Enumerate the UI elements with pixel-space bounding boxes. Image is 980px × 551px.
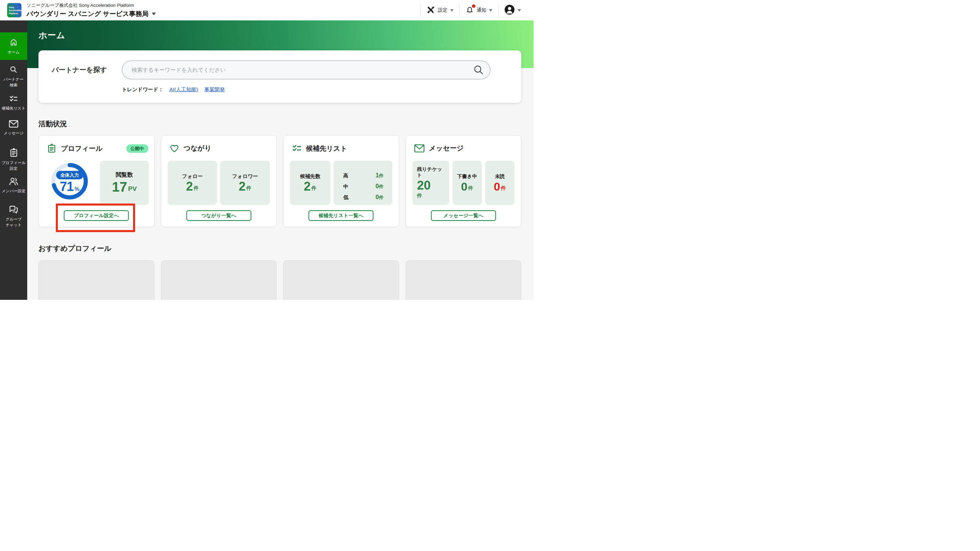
profile-placeholder [161,260,277,300]
card-title: 候補先リスト [306,144,347,153]
search-button[interactable] [473,64,484,76]
sidebar-item-member-settings[interactable]: メンバー設定 [0,177,27,193]
profile-settings-button[interactable]: プロフィール設定へ [64,210,129,221]
app-header: Sony Acceleration Platform ソニーグループ株式会社 S… [0,0,533,21]
search-icon [9,65,18,75]
notifications-label: 通知 [477,7,486,13]
people-icon [9,177,18,187]
checklist-icon [292,143,302,153]
profile-placeholder [283,260,399,300]
unread-stat: 未読 0件 [485,161,514,205]
org-selector[interactable]: バウンダリー スパニング サービス事務局 [27,10,156,18]
trend-link-ai[interactable]: AI(人工知能) [169,86,198,93]
activity-cards: プロフィール 公開中 全体入力 71% 閲覧数 [38,135,521,227]
status-badge: 公開中 [126,144,148,153]
views-value: 17 [112,179,127,195]
notification-badge [472,5,476,8]
sidebar-item-label: 候補先リスト [2,106,25,111]
tools-icon [426,5,435,15]
search-input[interactable] [122,61,490,79]
priority-high-row: 高 1件 [343,172,384,179]
profile-card: プロフィール 公開中 全体入力 71% 閲覧数 [38,135,154,227]
candidates-card: 候補先リスト 候補先数 2件 高 1件 [283,135,399,227]
chevron-down-icon [489,9,492,11]
drafts-stat: 下書き中 0件 [453,161,482,205]
sidebar-item-label: プロフィール [2,160,25,165]
partner-search-card: パートナーを探す トレンドワード： AI(人工知能) 事業開発 [38,50,521,103]
bell-icon [466,5,474,15]
checklist-icon [9,95,18,104]
settings-label: 設定 [438,7,447,13]
ring-label: 全体入力 [56,171,83,179]
avatar [504,5,515,16]
sidebar-item-label: チャット [5,223,21,227]
profile-placeholder [38,260,154,300]
sidebar-item-label: ホーム [8,50,19,54]
account-menu[interactable] [498,0,527,21]
sidebar-item-partner-search[interactable]: パートナー 検索 [0,65,27,88]
sidebar-item-profile-settings[interactable]: プロフィール 設定 [0,148,27,171]
search-section-label: パートナーを探す [52,65,122,75]
follower-stat: フォロワー 2件 [220,161,270,205]
profile-completion-donut: 全体入力 71% [50,162,89,201]
clipboard-icon [9,148,18,159]
card-title: プロフィール [61,144,102,153]
sidebar: ホーム パートナー 検索 候補先リスト メッセージ [0,21,27,300]
completion-percent: 71% [50,179,89,194]
home-icon [9,38,18,48]
notifications-menu[interactable]: 通知 [460,0,498,21]
main-content: ホーム パートナーを探す トレンドワード： AI(人工知能) 事業開発 [27,21,533,300]
chevron-down-icon [152,13,156,15]
sidebar-item-candidate-list[interactable]: 候補先リスト [0,95,27,111]
heart-icon [169,143,179,153]
clipboard-icon [47,143,56,153]
logo-line: Acceleration [9,9,21,12]
sidebar-item-home[interactable]: ホーム [0,32,27,60]
trend-words: トレンドワード： AI(人工知能) 事業開発 [122,86,490,93]
chevron-down-icon [450,9,453,11]
sony-acceleration-platform-logo[interactable]: Sony Acceleration Platform [7,3,21,18]
candidate-count-stat: 候補先数 2件 [290,161,331,205]
messages-card: メッセージ 残りチケット 20 件 下書き中 0件 未読 [406,135,522,227]
views-unit: PV [128,185,137,193]
sidebar-item-messages[interactable]: メッセージ [0,120,27,135]
candidates-list-button[interactable]: 候補先リスト一覧へ [309,210,374,221]
org-name: バウンダリー スパニング サービス事務局 [27,10,148,18]
envelope-icon [9,120,18,129]
logo-line: Sony [9,6,21,9]
messages-list-button[interactable]: メッセージ一覧へ [431,210,496,221]
views-stat: 閲覧数 17 PV [100,161,149,205]
sidebar-item-label: メッセージ [4,131,24,135]
priority-breakdown: 高 1件 中 0件 低 0件 [334,161,392,205]
tickets-stat: 残りチケット 20 件 [412,161,449,205]
profile-placeholder [406,260,522,300]
views-label: 閲覧数 [116,171,133,179]
sidebar-item-group-chat[interactable]: グループ チャット [0,205,27,227]
recommended-profiles [38,260,521,300]
activity-section-title: 活動状況 [38,119,521,129]
header-actions: 設定 通知 [420,0,533,21]
trend-link-business-dev[interactable]: 事業開発 [204,86,224,93]
connections-list-button[interactable]: つながり一覧へ [186,210,251,221]
header-titles: ソニーグループ株式会社 Sony Acceleration Platform バ… [27,2,156,18]
trend-words-label: トレンドワード： [122,86,163,93]
company-name: ソニーグループ株式会社 Sony Acceleration Platform [27,2,156,8]
sidebar-item-label: 検索 [10,83,18,88]
priority-low-row: 低 0件 [343,194,384,201]
chevron-down-icon [517,9,521,11]
page-title: ホーム [38,30,533,41]
sidebar-item-label: パートナー [4,77,24,82]
settings-menu[interactable]: 設定 [421,0,460,21]
sidebar-item-label: 設定 [10,166,18,171]
card-title: メッセージ [429,143,464,153]
chat-bubbles-icon [9,205,18,215]
sidebar-item-label: グループ [6,217,22,221]
recommended-section-title: おすすめプロフィール [38,244,521,253]
logo-line: Platform [9,12,21,15]
priority-mid-row: 中 0件 [343,183,384,190]
follow-stat: フォロー 2件 [168,161,218,205]
sidebar-item-label: メンバー設定 [2,188,25,193]
connections-card: つながり フォロー 2件 フォロワー 2件 つながり一覧へ [161,135,277,227]
card-title: つながり [184,143,212,153]
home-page: Sony Acceleration Platform ソニーグループ株式会社 S… [0,0,533,300]
